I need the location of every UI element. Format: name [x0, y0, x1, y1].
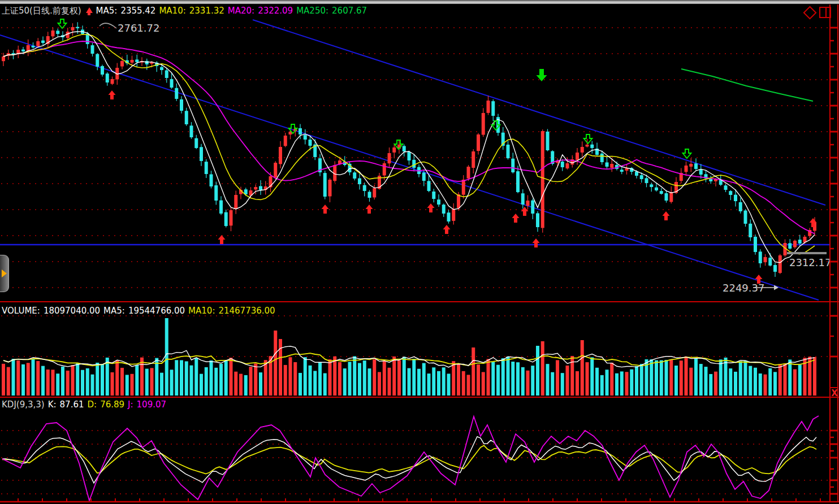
vol-ma5-label: MA5:	[103, 306, 125, 316]
kdj-j-label: J:	[128, 399, 133, 410]
sell-hollow-arrow-icon	[683, 149, 691, 158]
volume-value: 18097040.00	[44, 306, 100, 316]
buy-arrow-icon	[366, 205, 373, 214]
kdj-k-value: 87.61	[60, 399, 84, 410]
buy-arrow-icon	[218, 235, 226, 244]
ma10-line	[3, 34, 815, 254]
peak-price-label: 2761.72	[118, 22, 159, 34]
kdj-header: KDJ(9,3,3)K:87.61D:76.89J:109.07	[2, 399, 170, 410]
buy-arrow-icon	[521, 207, 529, 216]
vol-ma5-value: 19544766.00	[128, 306, 185, 316]
expand-arrow-icon	[2, 270, 7, 277]
axes-and-borders	[0, 5, 839, 502]
kdj-j-value: 109.07	[137, 399, 167, 410]
ma20-value: 2322.09	[258, 6, 293, 16]
ma250-label: MA250:	[296, 6, 328, 16]
ma5-line	[3, 32, 815, 263]
ma250-line	[681, 69, 813, 101]
kdj-indicator-name: KDJ(9,3,3)	[2, 399, 45, 410]
buy-arrow-icon	[427, 203, 435, 212]
ma20-label: MA20:	[228, 6, 254, 16]
vol-ma10-value: 21467736.00	[218, 306, 275, 316]
volume-label: VOLUME:	[2, 306, 40, 316]
buy-arrow-icon	[322, 205, 329, 214]
close-indicator-button[interactable]: X	[831, 389, 838, 398]
ma10-label: MA10:	[159, 6, 185, 16]
ma250-value: 2607.67	[332, 6, 367, 16]
toolbar-icons	[805, 7, 831, 18]
buy-arrow-icon	[533, 238, 540, 247]
buy-arrow-icon	[109, 90, 116, 99]
up-arrow-icon	[86, 7, 93, 13]
sell-hollow-arrow-icon	[58, 19, 67, 28]
split-window-icon[interactable]	[819, 7, 831, 18]
kdj-lines	[2, 416, 819, 501]
volume-ma10-line	[3, 353, 815, 366]
kdj-d-value: 76.89	[100, 399, 124, 410]
chart-canvas[interactable]: 2761.722312.172249.37	[0, 0, 839, 504]
gridlines	[1, 28, 830, 494]
buy-arrow-icon	[512, 214, 520, 223]
vol-ma10-label: MA10:	[188, 306, 215, 316]
price-ma-lines	[3, 32, 815, 263]
main-chart-header: 上证50(日线.前复权)MA5:2355.42MA10:2331.32MA20:…	[2, 6, 370, 16]
kdj-k-label: K:	[48, 399, 57, 410]
instrument-title: 上证50(日线.前复权)	[2, 6, 81, 16]
ma5-value: 2355.42	[120, 6, 155, 16]
last-price-label: 2312.17	[789, 257, 831, 268]
buy-arrow-icon	[443, 225, 451, 234]
sidebar-expand-tab[interactable]	[0, 255, 9, 292]
ma10-value: 2331.32	[189, 6, 224, 16]
volume-header: VOLUME:18097040.00MA5:19544766.00MA10:21…	[2, 306, 279, 316]
buy-arrow-icon	[663, 211, 670, 220]
diamond-tool-icon[interactable]	[803, 6, 816, 19]
ma5-label: MA5:	[96, 6, 118, 16]
stock-chart-window: 2761.722312.172249.37 上证50(日线.前复权)MA5:23…	[0, 0, 839, 504]
sell-hollow-arrow-icon	[584, 134, 593, 144]
sell-solid-arrow-icon	[537, 69, 547, 81]
kdj-d-label: D:	[88, 399, 97, 410]
